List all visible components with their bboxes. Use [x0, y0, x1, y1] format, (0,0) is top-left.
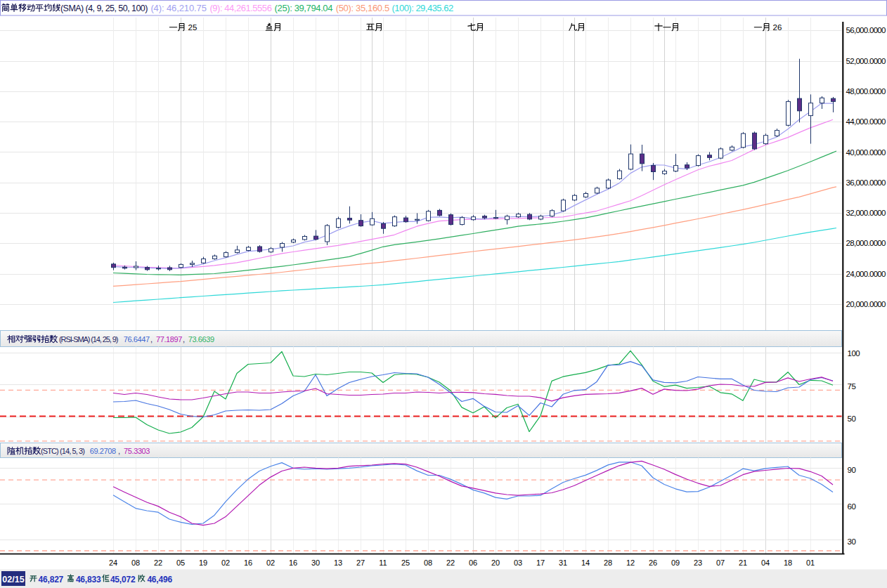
svg-text:26: 26: [649, 558, 657, 567]
svg-text:05: 05: [176, 558, 185, 567]
svg-text:75: 75: [848, 382, 856, 391]
svg-text:44,000.0000: 44,000.0000: [846, 117, 886, 126]
svg-text:16: 16: [289, 558, 297, 567]
svg-text:45,072: 45,072: [110, 575, 136, 584]
svg-text:(9): 44,261.5556: (9): 44,261.5556: [210, 3, 272, 13]
svg-text:02: 02: [266, 558, 275, 567]
svg-text:,: ,: [183, 335, 185, 344]
svg-text:60: 60: [848, 502, 856, 511]
svg-text:22: 22: [154, 558, 162, 567]
svg-text:17: 17: [536, 558, 545, 567]
svg-text:26: 26: [773, 23, 782, 32]
svg-text:21: 21: [739, 558, 747, 567]
svg-text:(100): 29,435.62: (100): 29,435.62: [391, 3, 453, 13]
svg-text:03: 03: [514, 558, 522, 567]
svg-text:02/15: 02/15: [2, 575, 24, 584]
svg-text:08: 08: [131, 558, 140, 567]
svg-text:04: 04: [761, 558, 770, 567]
svg-text:(25): 39,794.04: (25): 39,794.04: [275, 3, 333, 13]
svg-text:30: 30: [311, 558, 320, 567]
svg-text:24,000.0000: 24,000.0000: [846, 270, 886, 278]
svg-text:(STC) (14, 5, 3): (STC) (14, 5, 3): [41, 447, 84, 455]
svg-text:11: 11: [379, 558, 387, 567]
svg-text:100: 100: [848, 349, 860, 358]
svg-text:48,000.0000: 48,000.0000: [846, 87, 886, 96]
svg-text:36,000.0000: 36,000.0000: [846, 178, 886, 187]
svg-text:30: 30: [848, 537, 856, 546]
svg-text:02: 02: [221, 558, 230, 567]
svg-text:06: 06: [469, 558, 477, 567]
svg-text:73.6639: 73.6639: [188, 335, 214, 344]
svg-text:28: 28: [604, 558, 612, 567]
svg-text:50: 50: [848, 414, 856, 423]
svg-text:46,827: 46,827: [39, 575, 64, 584]
svg-text:69.2708: 69.2708: [90, 447, 116, 455]
svg-text:77.1897: 77.1897: [156, 335, 182, 344]
svg-text:07: 07: [716, 558, 725, 567]
svg-text:90: 90: [848, 466, 856, 474]
svg-text:28,000.0000: 28,000.0000: [846, 239, 886, 247]
svg-text:32,000.0000: 32,000.0000: [846, 209, 886, 217]
svg-text:14: 14: [581, 558, 590, 567]
svg-text:,: ,: [118, 447, 120, 455]
svg-text:31: 31: [559, 558, 567, 567]
svg-text:56,000.0000: 56,000.0000: [846, 26, 886, 34]
svg-text:12: 12: [626, 558, 635, 567]
svg-text:20,000.0000: 20,000.0000: [846, 300, 886, 308]
svg-text:46,833: 46,833: [76, 575, 101, 584]
svg-text:09: 09: [671, 558, 680, 567]
svg-text:,: ,: [150, 335, 153, 344]
svg-text:76.6447: 76.6447: [124, 335, 150, 344]
svg-text:(4): 46,210.75: (4): 46,210.75: [150, 3, 206, 13]
svg-text:13: 13: [334, 558, 342, 567]
svg-text:75.3303: 75.3303: [124, 447, 150, 455]
svg-text:20: 20: [491, 558, 500, 567]
svg-text:18: 18: [784, 558, 792, 567]
svg-text:16: 16: [244, 558, 252, 567]
svg-text:23: 23: [694, 558, 702, 567]
svg-text:(50): 35,160.5: (50): 35,160.5: [336, 3, 389, 13]
svg-text:25: 25: [188, 23, 198, 32]
svg-text:40,000.0000: 40,000.0000: [846, 148, 886, 157]
svg-text:01: 01: [806, 558, 815, 567]
svg-text:25: 25: [401, 558, 410, 567]
svg-text:(RSI-SMA) (14, 25, 9): (RSI-SMA) (14, 25, 9): [59, 335, 118, 344]
svg-text:22: 22: [446, 558, 455, 567]
svg-text:19: 19: [199, 558, 207, 567]
svg-text:24: 24: [109, 558, 117, 567]
svg-text:08: 08: [424, 558, 432, 567]
svg-text:27: 27: [356, 558, 365, 567]
svg-text:52,000.0000: 52,000.0000: [846, 57, 886, 65]
svg-text:(SMA) (4, 9, 25, 50, 100): (SMA) (4, 9, 25, 50, 100): [60, 4, 148, 13]
svg-text:46,496: 46,496: [147, 575, 172, 584]
